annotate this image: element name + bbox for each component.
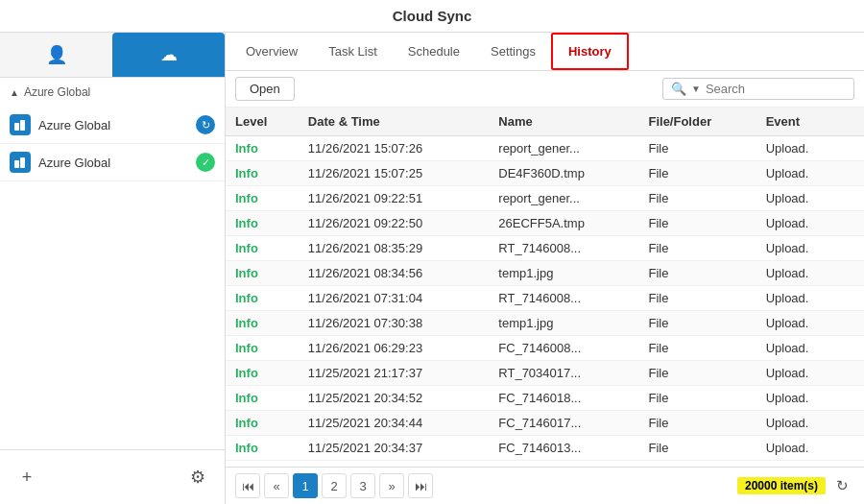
cell-filefolder: File [638, 286, 756, 311]
tab-tasklist[interactable]: Task List [313, 35, 393, 68]
page-3-button[interactable]: 3 [350, 473, 375, 498]
cell-name: temp1.jpg [489, 261, 638, 286]
tab-history[interactable]: History [551, 33, 629, 70]
cell-event: Upload. [756, 136, 845, 161]
refresh-button[interactable]: ↻ [829, 473, 854, 498]
table-row[interactable]: Info 11/26/2021 07:30:38 temp1.jpg File … [226, 311, 864, 336]
cell-name: DE4F360D.tmp [489, 161, 638, 186]
page-2-button[interactable]: 2 [322, 473, 347, 498]
cell-datetime: 11/26/2021 07:30:38 [299, 311, 489, 336]
history-table: Level Date & Time Name File/Folder Event… [226, 108, 864, 461]
cell-more [845, 211, 864, 236]
table-row[interactable]: Info 11/26/2021 15:07:25 DE4F360D.tmp Fi… [226, 161, 864, 186]
cell-event: Upload. [756, 361, 845, 386]
cell-datetime: 11/26/2021 08:34:56 [299, 261, 489, 286]
cell-name: FC_7146013... [489, 436, 638, 461]
tab-schedule[interactable]: Schedule [393, 35, 475, 68]
table-header-row: Level Date & Time Name File/Folder Event [226, 108, 864, 136]
cell-datetime: 11/26/2021 15:07:25 [299, 161, 489, 186]
cell-name: FC_7146008... [489, 336, 638, 361]
cell-event: Upload. [756, 386, 845, 411]
cell-event: Upload. [756, 261, 845, 286]
cell-filefolder: File [638, 136, 756, 161]
cell-datetime: 11/26/2021 07:31:04 [299, 286, 489, 311]
sidebar-item-azure-global-2[interactable]: Azure Global ✓ [0, 144, 225, 181]
page-1-button[interactable]: 1 [293, 473, 318, 498]
title-bar: Cloud Sync [0, 0, 864, 33]
app-title: Cloud Sync [393, 8, 472, 24]
items-count: 20000 item(s) [737, 477, 826, 494]
cell-more [845, 361, 864, 386]
table-row[interactable]: Info 11/26/2021 15:07:26 report_gener...… [226, 136, 864, 161]
col-level: Level [226, 108, 299, 136]
cell-level: Info [226, 136, 299, 161]
cell-name: 26ECFF5A.tmp [489, 211, 638, 236]
search-dropdown-icon: ▼ [691, 84, 701, 94]
cell-filefolder: File [638, 336, 756, 361]
chevron-down-icon: ▲ [10, 87, 19, 98]
pagination: ⏮ « 1 2 3 » ⏭ 20000 item(s) ↻ [226, 467, 864, 504]
table-row[interactable]: Info 11/26/2021 09:22:51 report_gener...… [226, 186, 864, 211]
search-input[interactable] [706, 82, 846, 96]
settings-button[interactable]: ⚙ [180, 460, 215, 494]
cell-level: Info [226, 261, 299, 286]
cell-more [845, 286, 864, 311]
cell-level: Info [226, 436, 299, 461]
svg-rect-3 [20, 157, 25, 168]
cell-filefolder: File [638, 161, 756, 186]
open-button[interactable]: Open [235, 77, 295, 101]
cell-more [845, 436, 864, 461]
cell-name: temp1.jpg [489, 311, 638, 336]
last-page-button[interactable]: ⏭ [408, 473, 433, 498]
sidebar-item-label-2: Azure Global [38, 156, 188, 170]
add-button[interactable]: + [10, 460, 44, 494]
table-row[interactable]: Info 11/25/2021 20:34:52 FC_7146018... F… [226, 386, 864, 411]
prev-page-button[interactable]: « [264, 473, 289, 498]
svg-rect-1 [20, 120, 25, 131]
sidebar-bottom: + ⚙ [0, 449, 225, 504]
cell-event: Upload. [756, 286, 845, 311]
cell-datetime: 11/26/2021 09:22:50 [299, 211, 489, 236]
cell-name: RT_7146008... [489, 236, 638, 261]
cell-event: Upload. [756, 336, 845, 361]
table-row[interactable]: Info 11/26/2021 09:22:50 26ECFF5A.tmp Fi… [226, 211, 864, 236]
cell-more [845, 261, 864, 286]
sidebar-item-azure-global-1[interactable]: Azure Global ↻ [0, 107, 225, 144]
table-row[interactable]: Info 11/26/2021 07:31:04 RT_7146008... F… [226, 286, 864, 311]
cell-level: Info [226, 361, 299, 386]
svg-rect-2 [14, 160, 19, 168]
table-row[interactable]: Info 11/25/2021 20:34:37 FC_7146013... F… [226, 436, 864, 461]
table-row[interactable]: Info 11/25/2021 21:17:37 RT_7034017... F… [226, 361, 864, 386]
sidebar-user-tab[interactable]: 👤 [0, 33, 112, 77]
sidebar: 👤 ☁ ▲ Azure Global Azure Global ↻ [0, 33, 226, 504]
cell-level: Info [226, 411, 299, 436]
next-page-button[interactable]: » [379, 473, 404, 498]
cell-more [845, 386, 864, 411]
table-row[interactable]: Info 11/25/2021 20:34:44 FC_7146017... F… [226, 411, 864, 436]
cell-datetime: 11/26/2021 09:22:51 [299, 186, 489, 211]
table-row[interactable]: Info 11/26/2021 08:34:56 temp1.jpg File … [226, 261, 864, 286]
first-page-button[interactable]: ⏮ [235, 473, 260, 498]
tabs-bar: Overview Task List Schedule Settings His… [226, 33, 864, 71]
cell-level: Info [226, 311, 299, 336]
cell-filefolder: File [638, 261, 756, 286]
cell-datetime: 11/25/2021 20:34:44 [299, 411, 489, 436]
sync-status-icon-1: ↻ [196, 115, 215, 134]
user-icon: 👤 [46, 44, 67, 65]
cell-level: Info [226, 236, 299, 261]
col-event: Event [756, 108, 845, 136]
cell-filefolder: File [638, 436, 756, 461]
table-row[interactable]: Info 11/26/2021 06:29:23 FC_7146008... F… [226, 336, 864, 361]
cell-name: FC_7146018... [489, 386, 638, 411]
tab-settings[interactable]: Settings [475, 35, 551, 68]
tab-overview[interactable]: Overview [230, 35, 313, 68]
cell-event: Upload. [756, 311, 845, 336]
search-box[interactable]: 🔍 ▼ [662, 78, 854, 100]
cell-more [845, 161, 864, 186]
toolbar: Open 🔍 ▼ [226, 71, 864, 108]
table-body: Info 11/26/2021 15:07:26 report_gener...… [226, 136, 864, 461]
cell-filefolder: File [638, 361, 756, 386]
table-row[interactable]: Info 11/26/2021 08:35:29 RT_7146008... F… [226, 236, 864, 261]
cell-datetime: 11/25/2021 20:34:52 [299, 386, 489, 411]
sidebar-cloud-tab[interactable]: ☁ [112, 33, 225, 77]
